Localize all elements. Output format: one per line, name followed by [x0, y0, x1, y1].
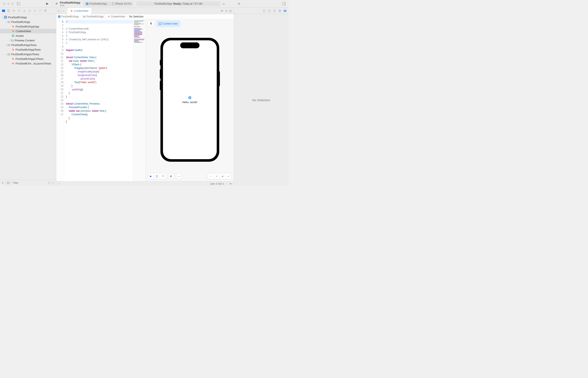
tree-file-contentview[interactable]: ContentView — [0, 29, 56, 33]
editor-options-swap-icon[interactable]: ⇄ — [221, 9, 223, 12]
source-control-navigator-icon[interactable] — [7, 9, 10, 12]
svg-line-15 — [20, 11, 20, 12]
minimize-window-button[interactable] — [7, 2, 10, 5]
variants-preview-button[interactable]: ⠿ — [160, 173, 166, 179]
editor-options-canvas-icon[interactable]: ▢ — [229, 9, 232, 12]
history-inspector-icon[interactable] — [268, 9, 271, 12]
issue-navigator-icon[interactable] — [23, 9, 26, 12]
related-items-button[interactable]: ⌗ — [58, 9, 59, 13]
toggle-navigator-button[interactable] — [17, 2, 20, 5]
preview-options-button[interactable]: ⋯ — [176, 173, 182, 179]
bookmark-icon[interactable]: ▪ — [58, 182, 59, 185]
svg-text:?: ? — [274, 10, 275, 12]
navigator-footer: + ☰▾ ◷ ▢ — [0, 180, 56, 186]
svg-marker-2 — [46, 2, 49, 5]
report-navigator-icon[interactable] — [44, 9, 47, 12]
add-button[interactable]: + — [2, 181, 4, 185]
swift-file-icon — [11, 25, 15, 28]
swift-file-icon — [108, 15, 110, 18]
folder-icon — [7, 20, 11, 24]
zoom-out-button[interactable]: − — [208, 173, 214, 179]
tree-folder-preview[interactable]: ›Preview Content — [0, 38, 56, 43]
preview-canvas: Content View Hello, world! — [146, 19, 234, 181]
svg-marker-18 — [39, 9, 42, 12]
live-preview-button[interactable]: ▶ — [148, 173, 154, 179]
svg-rect-24 — [12, 34, 14, 37]
test-navigator-icon[interactable] — [28, 9, 31, 12]
nav-back-button[interactable]: ‹ — [63, 9, 63, 13]
swift-file-icon — [11, 57, 15, 60]
run-button[interactable] — [45, 2, 49, 6]
svg-rect-3 — [86, 2, 88, 5]
canvas-bottom-bar: ▶ ◫ ⠿ ⚙ ⋯ − ⤢ ◎ + — [146, 171, 234, 181]
close-window-button[interactable] — [3, 2, 5, 5]
navigator-selector-bar — [0, 8, 56, 14]
help-inspector-icon[interactable]: ? — [273, 9, 276, 12]
accessibility-inspector-icon[interactable] — [279, 9, 281, 12]
filter-input[interactable] — [13, 181, 46, 184]
filter-recent-icon[interactable]: ◷ — [48, 181, 50, 184]
filter-scm-icon[interactable]: ▢ — [52, 181, 54, 184]
tree-file-uitests[interactable]: FirstSwiftUIAppUITests — [0, 56, 56, 61]
zoom-in-button[interactable]: + — [226, 173, 231, 179]
tree-file-app[interactable]: FirstSwiftUIAppApp — [0, 24, 56, 29]
editor-tab-bar: ⌗ | ‹ › ContentView ⇄ ≡ ▢ — [56, 8, 234, 14]
editor-tab[interactable]: ContentView — [67, 8, 92, 14]
svg-marker-17 — [28, 10, 31, 12]
app-icon — [58, 15, 60, 18]
device-icon — [112, 2, 114, 5]
svg-point-40 — [284, 10, 285, 10]
device-settings-button[interactable]: ⚙ — [168, 173, 174, 179]
filter-scope-button[interactable]: ☰▾ — [5, 181, 11, 184]
device-preview: Hello, world! — [160, 38, 219, 162]
activity-status: FirstSwiftUIApp: Ready | Today at 7:57 A… — [136, 1, 220, 6]
pin-preview-button[interactable] — [148, 21, 154, 27]
find-navigator-icon[interactable] — [18, 9, 21, 12]
globe-icon — [188, 96, 191, 99]
editor-options-lines-icon[interactable]: ≡ — [225, 9, 227, 12]
tree-file-launchtests[interactable]: FirstSwiftUIA...tsLaunchTests — [0, 61, 56, 66]
branch-name: main — [60, 4, 80, 7]
project-title-area[interactable]: FirstSwiftUIApp main — [53, 1, 82, 7]
code-editor[interactable]: 1234567891011121314151617181920212223242… — [56, 19, 146, 181]
zoom-actual-button[interactable]: ◎ — [220, 173, 226, 179]
zoom-fit-button[interactable]: ⤢ — [214, 173, 220, 179]
branch-icon — [55, 2, 58, 5]
assets-icon — [11, 34, 15, 37]
file-inspector-icon[interactable] — [263, 9, 266, 12]
toggle-debug-area-icon[interactable]: ▭ — [229, 182, 232, 185]
minimap[interactable] — [133, 19, 146, 181]
toggle-inspector-button[interactable] — [282, 2, 286, 5]
preview-selector-button[interactable]: Content View — [156, 21, 180, 27]
swift-file-icon — [11, 48, 15, 51]
navigator-panel: ⌄AFirstSwiftUIApp ⌄FirstSwiftUIApp First… — [0, 8, 56, 186]
tree-file-tests[interactable]: FirstSwiftUIAppTests — [0, 47, 56, 52]
zoom-window-button[interactable] — [11, 2, 14, 5]
folder-icon — [7, 43, 11, 47]
scheme-selector[interactable]: FirstSwiftUIApp 〉 iPhone 14 Pro — [84, 1, 134, 6]
tree-group-uitests[interactable]: ⌄FirstSwiftUIAppUITests — [0, 52, 56, 56]
line-gutter: 1234567891011121314151617181920212223242… — [56, 19, 65, 181]
project-navigator-icon[interactable] — [2, 9, 5, 12]
editor-status-bar: ▪ Line: 1 Col: 1 | ▭ — [56, 181, 234, 186]
nav-forward-button[interactable]: › — [65, 9, 66, 13]
inspector-body: No Selection — [234, 14, 289, 186]
selectable-preview-button[interactable]: ◫ — [154, 173, 160, 179]
library-button[interactable] — [237, 2, 241, 5]
jump-bar[interactable]: FirstSwiftUIApp〉 FirstSwiftUIApp〉 Conten… — [56, 14, 234, 19]
symbol-navigator-icon[interactable] — [13, 9, 15, 12]
project-tree: ⌄AFirstSwiftUIApp ⌄FirstSwiftUIApp First… — [0, 14, 56, 180]
tree-group-tests[interactable]: ⌄FirstSwiftUIAppTests — [0, 43, 56, 47]
debug-navigator-icon[interactable] — [34, 9, 37, 12]
scheme-dest-label: iPhone 14 Pro — [115, 2, 131, 5]
tree-group-app[interactable]: ⌄FirstSwiftUIApp — [0, 20, 56, 24]
breakpoint-navigator-icon[interactable] — [39, 9, 42, 12]
cloud-status-icon[interactable] — [222, 2, 225, 5]
attributes-inspector-icon[interactable] — [284, 10, 286, 12]
folder-icon — [7, 53, 11, 56]
component-icon — [159, 23, 161, 25]
code-content[interactable]: // // ContentView.swift // FirstSwiftUIA… — [65, 19, 133, 181]
svg-rect-25 — [58, 15, 60, 18]
tree-root[interactable]: ⌄AFirstSwiftUIApp — [0, 15, 56, 20]
tree-file-assets[interactable]: Assets — [0, 33, 56, 38]
